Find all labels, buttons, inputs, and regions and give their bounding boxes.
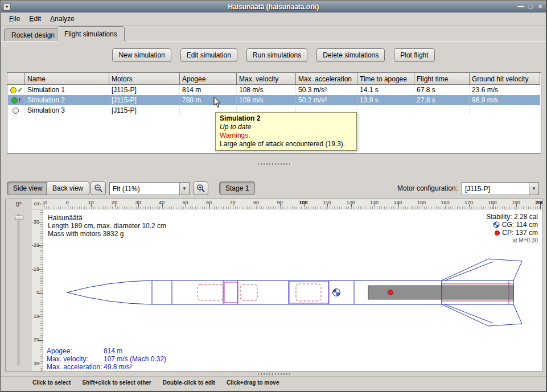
- ruler-tick-label: 170: [464, 200, 473, 205]
- ruler-tick-label: 200: [535, 200, 542, 205]
- ruler-tick-label: 100: [299, 200, 307, 205]
- new-simulation-button[interactable]: New simulation: [112, 48, 171, 62]
- ruler-tick-label: 150: [417, 200, 426, 205]
- ruler-tick-label: 50: [182, 200, 188, 205]
- cell-apogee: 788 m: [180, 95, 237, 105]
- chevron-down-icon[interactable]: ▼: [529, 183, 538, 195]
- simulation-status-icon: [13, 108, 19, 114]
- back-view-button[interactable]: Back view: [46, 181, 89, 195]
- app-icon[interactable]: [3, 3, 11, 11]
- column-header-apogee[interactable]: Apogee: [180, 73, 237, 85]
- cell-flight-time: 67.8 s: [414, 85, 470, 95]
- hint-click-select: Click to select: [32, 379, 71, 391]
- ruler-tick-label: 20: [112, 200, 117, 205]
- window-title: Haisunäätä (haisunaata.ork): [1, 3, 546, 11]
- simulation-tooltip: Simulation 2 Up to date Warnings: Large …: [215, 112, 357, 151]
- ruler-tick-label: -30: [32, 219, 39, 225]
- cell-time-to-apogee: [357, 105, 414, 115]
- column-header-max-acceleration[interactable]: Max. acceleration: [296, 73, 357, 85]
- menu-analyze[interactable]: Analyze: [46, 13, 79, 24]
- table-row-selected[interactable]: ! Simulation 2 [J115-P] 788 m 109 m/s 50…: [8, 95, 540, 105]
- simulation-status-icon: [11, 97, 18, 104]
- cell-motors: [J115-P]: [109, 105, 180, 115]
- ruler-tick-label: 20: [32, 337, 39, 343]
- rocket-canvas[interactable]: Haisunäätä Length 189 cm, max. diameter …: [43, 209, 542, 371]
- mach-condition: at M=0.30: [486, 237, 538, 245]
- rotation-slider-handle[interactable]: [15, 216, 23, 220]
- stage-1-toggle[interactable]: Stage 1: [219, 181, 255, 195]
- plot-flight-button[interactable]: Plot flight: [394, 48, 434, 62]
- run-simulations-button[interactable]: Run simulations: [246, 48, 307, 62]
- cg-marker: [333, 289, 340, 296]
- cell-apogee: 814 m: [180, 85, 237, 95]
- zoom-out-button[interactable]: [91, 181, 106, 195]
- tooltip-warning-text: Large angle of attack encountered (19.3)…: [220, 140, 352, 148]
- cell-max-velocity: 108 m/s: [237, 85, 296, 95]
- max-velocity-label: Max. velocity:: [47, 355, 104, 363]
- tooltip-warnings-label: Warnings:: [220, 131, 352, 140]
- menu-file[interactable]: File: [5, 13, 24, 24]
- close-button[interactable]: ×: [536, 2, 545, 11]
- ruler-tick-label: -10: [43, 200, 47, 205]
- motor-configuration-select[interactable]: [J115-P] ▼: [462, 182, 539, 195]
- cell-max-acceleration: 50.3 m/s²: [296, 85, 357, 95]
- hint-click-drag: Click+drag to move: [227, 379, 279, 391]
- tab-rocket-design[interactable]: Rocket design: [4, 28, 62, 41]
- simulation-status-glyph: !: [19, 97, 21, 104]
- edit-simulation-button[interactable]: Edit simulation: [180, 48, 237, 62]
- ruler-tick-label: 110: [323, 200, 331, 205]
- apogee-label: Apogee:: [47, 347, 104, 355]
- rocket-dimensions: Length 189 cm, max. diameter 10.2 cm: [48, 222, 166, 230]
- statusbar: Click to select Shift+click to select ot…: [1, 376, 546, 391]
- cell-name: Simulation 2: [25, 95, 109, 105]
- column-header-motors[interactable]: Motors: [109, 73, 180, 85]
- side-view-button[interactable]: Side view: [7, 181, 48, 195]
- rotation-slider[interactable]: [18, 214, 19, 365]
- cell-time-to-apogee: 13.9 s: [357, 95, 414, 105]
- ruler-tick-label: 180: [488, 200, 496, 205]
- column-header-name[interactable]: Name: [25, 73, 109, 85]
- tabbar: Rocket design Flight simulations: [1, 26, 546, 41]
- ruler-tick-label: 10: [32, 313, 39, 319]
- apogee-value: 814 m: [104, 347, 122, 355]
- chevron-down-icon[interactable]: ▼: [179, 183, 189, 195]
- stability-block: Stability: 2.28 cal CG: 114 cm CP: 137 c…: [486, 213, 538, 245]
- cell-time-to-apogee: 14.1 s: [357, 85, 414, 95]
- column-header-max-velocity[interactable]: Max. velocity: [237, 73, 296, 85]
- minimize-button[interactable]: —: [516, 2, 525, 11]
- ruler-tick-label: 90: [277, 200, 282, 205]
- table-row[interactable]: ✓ Simulation 1 [J115-P] 814 m 108 m/s 50…: [8, 85, 540, 95]
- simulation-status-icon: [10, 87, 17, 93]
- ruler-tick-label: 80: [253, 200, 259, 205]
- menubar: File Edit Analyze: [1, 13, 546, 26]
- ruler-tick-label: 140: [393, 200, 402, 205]
- rocket-name: Haisunäätä: [48, 214, 166, 222]
- delete-simulations-button[interactable]: Delete simulations: [316, 48, 385, 62]
- zoom-select[interactable]: Fit (11%) ▼: [109, 182, 190, 195]
- zoom-in-button[interactable]: [193, 181, 208, 195]
- view-toolbar: Side view Back view Fit (11%) ▼ Stage 1 …: [1, 179, 546, 197]
- cell-flight-time: [414, 105, 470, 115]
- ruler-tick-label: 60: [206, 200, 212, 205]
- column-header-flight-time[interactable]: Flight time: [414, 73, 470, 85]
- column-header-status[interactable]: [8, 73, 25, 85]
- splitter-handle[interactable]: [1, 372, 546, 376]
- column-header-ground-hit-velocity[interactable]: Ground hit velocity: [470, 73, 540, 85]
- zoom-select-value: Fit (11%): [110, 185, 179, 193]
- column-header-time-to-apogee[interactable]: Time to apogee: [357, 73, 414, 85]
- splitter-handle[interactable]: [1, 162, 546, 166]
- cg-value: CG: 114 cm: [502, 221, 538, 229]
- cell-motors: [J115-P]: [109, 95, 180, 105]
- titlebar[interactable]: Haisunäätä (haisunaata.ork) — □ ×: [1, 1, 546, 13]
- maximize-button[interactable]: □: [526, 2, 535, 11]
- hint-double-click: Double-click to edit: [163, 379, 215, 391]
- menu-edit[interactable]: Edit: [24, 13, 46, 24]
- tab-gap: [57, 41, 127, 42]
- cell-ground-hit-velocity: 96.9 m/s: [470, 95, 540, 105]
- magnifier-plus-icon: [196, 184, 205, 193]
- ruler-tick-label: 120: [346, 200, 355, 205]
- cp-marker: [388, 290, 393, 295]
- tab-flight-simulations[interactable]: Flight simulations: [57, 26, 125, 41]
- ruler-tick-label: -10: [32, 266, 39, 272]
- ruler-tick-label: 130: [370, 200, 379, 205]
